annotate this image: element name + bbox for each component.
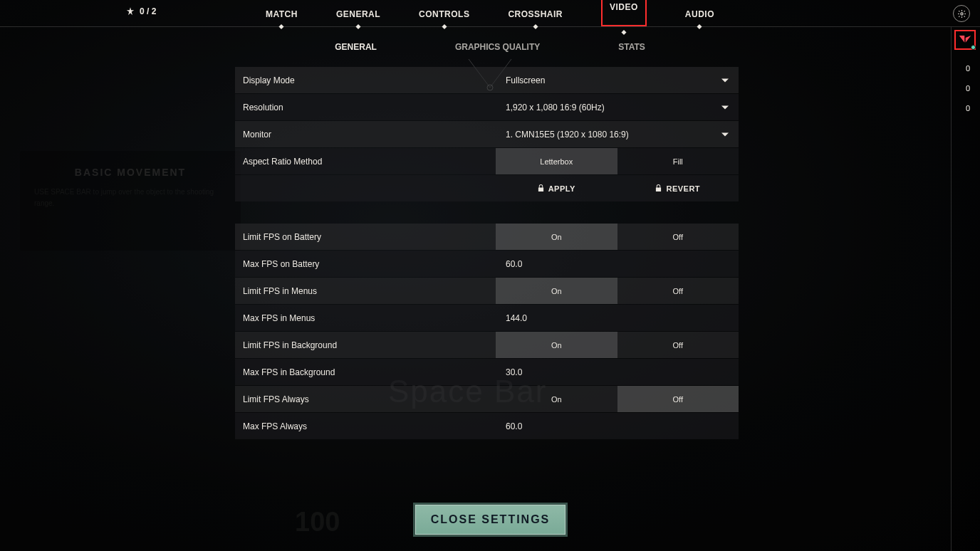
game-logo-badge[interactable] (954, 30, 976, 50)
row-limit-fps-always: Limit FPS Always On Off (235, 386, 739, 412)
label-max-fps-background: Max FPS in Background (235, 367, 496, 377)
chevron-down-icon (721, 105, 729, 109)
dropdown-monitor-value: 1. CMN15E5 (1920 x 1080 16:9) (506, 130, 629, 140)
tab-match-label: MATCH (266, 9, 298, 19)
top-bar: 0 / 2 MATCH GENERAL CONTROLS CROSSHAIR V… (0, 0, 980, 27)
option-off[interactable]: Off (617, 332, 739, 358)
tab-audio[interactable]: AUDIO (685, 8, 714, 19)
tutorial-hint-title: BASIC MOVEMENT (34, 167, 226, 178)
option-on[interactable]: On (496, 332, 617, 358)
label-display-mode: Display Mode (235, 75, 496, 85)
lock-icon (655, 184, 662, 192)
chevron-down-icon (721, 78, 729, 82)
row-limit-fps-background: Limit FPS in Background On Off (235, 332, 739, 358)
tab-video-label: VIDEO (610, 2, 638, 12)
option-on[interactable]: On (496, 278, 617, 304)
dropdown-display-mode-value: Fullscreen (506, 75, 545, 85)
tutorial-hint-card: BASIC MOVEMENT USE SPACE BAR to jump ove… (20, 151, 241, 251)
sub-tab-general-label: GENERAL (335, 42, 377, 52)
sub-tab-stats-label: STATS (618, 42, 645, 52)
value-max-fps-always[interactable]: 60.0 (496, 421, 739, 431)
tutorial-hint-body: USE SPACE BAR to jump over the object to… (34, 187, 226, 209)
label-limit-fps-always: Limit FPS Always (235, 394, 496, 404)
tab-video[interactable]: VIDEO (601, 0, 647, 26)
apply-label: APPLY (548, 184, 575, 193)
close-settings-button[interactable]: CLOSE SETTINGS (413, 503, 568, 537)
tab-controls[interactable]: CONTROLS (419, 8, 469, 19)
label-limit-fps-battery: Limit FPS on Battery (235, 232, 496, 242)
tab-crosshair[interactable]: CROSSHAIR (508, 8, 563, 19)
dropdown-resolution[interactable]: 1,920 x 1,080 16:9 (60Hz) (496, 103, 739, 112)
value-max-fps-battery[interactable]: 60.0 (496, 259, 739, 269)
option-fill[interactable]: Fill (617, 148, 739, 174)
tab-general-label: GENERAL (336, 9, 380, 19)
option-off[interactable]: Off (617, 278, 739, 304)
row-limit-fps-menus: Limit FPS in Menus On Off (235, 278, 739, 304)
row-max-fps-always: Max FPS Always 60.0 (235, 413, 739, 439)
row-display-mode: Display Mode Fullscreen (235, 67, 739, 93)
label-max-fps-menus: Max FPS in Menus (235, 313, 496, 323)
dropdown-display-mode[interactable]: Fullscreen (496, 75, 739, 85)
label-max-fps-always: Max FPS Always (235, 421, 496, 431)
sub-tabs: GENERAL GRAPHICS QUALITY STATS (0, 27, 980, 67)
option-on[interactable]: On (496, 224, 617, 250)
tab-controls-label: CONTROLS (419, 9, 469, 19)
value-max-fps-background[interactable]: 30.0 (496, 367, 739, 377)
row-max-fps-background: Max FPS in Background 30.0 (235, 359, 739, 385)
label-limit-fps-background: Limit FPS in Background (235, 340, 496, 350)
row-aspect-ratio: Aspect Ratio Method Letterbox Fill (235, 148, 739, 174)
sidebar-counter-1: 0 (966, 64, 970, 73)
row-max-fps-menus: Max FPS in Menus 144.0 (235, 305, 739, 331)
label-monitor: Monitor (235, 130, 496, 140)
sub-tab-stats[interactable]: STATS (618, 42, 645, 52)
main-tabs: MATCH GENERAL CONTROLS CROSSHAIR VIDEO A… (0, 0, 980, 27)
value-max-fps-menus[interactable]: 144.0 (496, 313, 739, 323)
right-sidebar: 0 0 0 (951, 27, 980, 551)
sidebar-counter-3: 0 (966, 104, 970, 112)
toggle-aspect-ratio: Letterbox Fill (496, 148, 739, 174)
row-max-fps-battery: Max FPS on Battery 60.0 (235, 251, 739, 277)
close-settings-label: CLOSE SETTINGS (431, 513, 551, 526)
sub-tab-graphics-quality[interactable]: GRAPHICS QUALITY (455, 42, 540, 52)
option-letterbox[interactable]: Letterbox (496, 148, 617, 174)
apply-button[interactable]: APPLY (496, 175, 617, 201)
option-off[interactable]: Off (617, 224, 739, 250)
label-max-fps-battery: Max FPS on Battery (235, 259, 496, 269)
status-dot-icon (971, 45, 976, 50)
option-on[interactable]: On (496, 386, 617, 412)
lock-icon (538, 184, 544, 192)
hud-health: 100 (295, 507, 340, 537)
revert-button[interactable]: REVERT (617, 175, 739, 201)
toggle-limit-fps-battery: On Off (496, 224, 739, 250)
label-resolution: Resolution (235, 103, 496, 112)
svg-point-0 (960, 12, 962, 14)
tab-audio-label: AUDIO (685, 9, 714, 19)
settings-panel: Display Mode Fullscreen Resolution 1,920… (235, 67, 739, 440)
sidebar-counter-2: 0 (966, 84, 970, 93)
toggle-limit-fps-menus: On Off (496, 278, 739, 304)
dropdown-monitor[interactable]: 1. CMN15E5 (1920 x 1080 16:9) (496, 130, 739, 140)
tab-match[interactable]: MATCH (266, 8, 298, 19)
apply-revert-group: APPLY REVERT (496, 175, 739, 201)
toggle-limit-fps-background: On Off (496, 332, 739, 358)
toggle-limit-fps-always: On Off (496, 386, 739, 412)
settings-gear-button[interactable] (953, 5, 970, 22)
label-limit-fps-menus: Limit FPS in Menus (235, 286, 496, 296)
option-off[interactable]: Off (617, 386, 739, 412)
row-monitor: Monitor 1. CMN15E5 (1920 x 1080 16:9) (235, 121, 739, 147)
row-resolution: Resolution 1,920 x 1,080 16:9 (60Hz) (235, 94, 739, 120)
gear-icon (957, 9, 966, 19)
sub-tab-general[interactable]: GENERAL (335, 42, 377, 52)
chevron-down-icon (721, 132, 729, 136)
section-gap (235, 202, 739, 224)
revert-label: REVERT (666, 184, 700, 193)
tab-general[interactable]: GENERAL (336, 8, 380, 19)
row-limit-fps-battery: Limit FPS on Battery On Off (235, 224, 739, 250)
label-aspect-ratio: Aspect Ratio Method (235, 157, 496, 167)
dropdown-resolution-value: 1,920 x 1,080 16:9 (60Hz) (506, 103, 605, 112)
sub-tab-graphics-label: GRAPHICS QUALITY (455, 42, 540, 52)
valorant-logo-icon (959, 34, 971, 46)
row-apply-revert: APPLY REVERT (235, 175, 739, 201)
tab-crosshair-label: CROSSHAIR (508, 9, 563, 19)
